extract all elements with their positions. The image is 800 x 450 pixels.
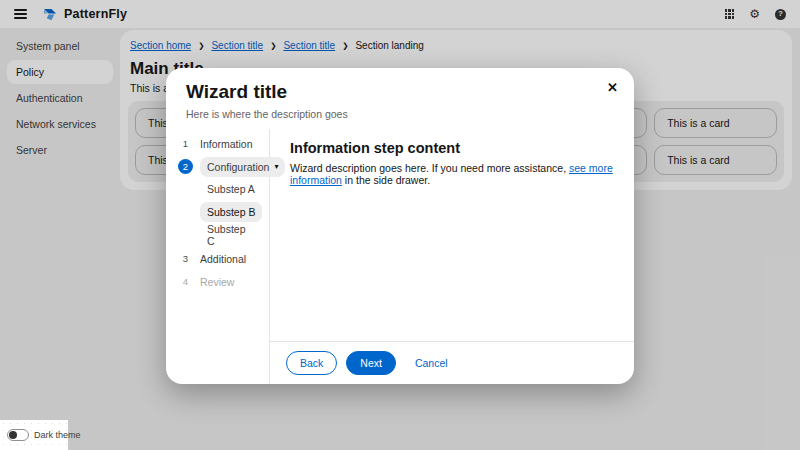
step-content-text: Wizard description goes here. If you nee…	[290, 162, 614, 186]
wizard-step-additional[interactable]: 3 Additional	[178, 250, 263, 267]
wizard-footer: Back Next Cancel	[270, 341, 634, 384]
cancel-button[interactable]: Cancel	[409, 352, 454, 374]
wizard-step-configuration[interactable]: 2 Configuration ▾	[178, 158, 263, 175]
step-label: Configuration	[207, 161, 269, 173]
next-button[interactable]: Next	[346, 351, 396, 375]
step-label: Review	[200, 276, 234, 288]
text-after-link: in the side drawer.	[342, 174, 430, 186]
wizard-step-information[interactable]: 1 Information	[178, 135, 263, 152]
wizard-header: Wizard title Here is where the descripti…	[166, 68, 634, 129]
step-number: 2	[178, 159, 193, 174]
dark-theme-switch[interactable]	[7, 429, 29, 441]
wizard-modal: Wizard title Here is where the descripti…	[166, 68, 634, 384]
close-icon[interactable]: ✕	[604, 78, 621, 97]
step-content-heading: Information step content	[290, 140, 614, 156]
step-number: 1	[178, 136, 193, 151]
wizard-step-content: Information step content Wizard descript…	[270, 129, 634, 341]
substep-label: Substep A	[200, 179, 262, 199]
substep-label: Substep C	[200, 219, 263, 251]
back-button[interactable]: Back	[286, 351, 337, 375]
wizard-substep-a[interactable]: Substep A	[200, 181, 263, 197]
step-label: Additional	[200, 253, 246, 265]
step-number: 3	[178, 251, 193, 266]
step-number: 4	[178, 274, 193, 289]
step-label: Information	[200, 138, 253, 150]
wizard-substep-c[interactable]: Substep C	[200, 227, 263, 243]
dark-theme-label: Dark theme	[34, 430, 81, 440]
text-before-link: Wizard description goes here. If you nee…	[290, 162, 569, 174]
wizard-title: Wizard title	[186, 81, 614, 103]
theme-toggle-box: Dark theme	[0, 420, 68, 450]
switch-knob-icon	[9, 431, 17, 439]
wizard-substep-b[interactable]: Substep B	[200, 204, 263, 220]
wizard-step-review: 4 Review	[178, 273, 263, 290]
wizard-description: Here is where the description goes	[186, 108, 614, 120]
wizard-steps-nav: 1 Information 2 Configuration ▾ Substep …	[166, 129, 270, 384]
